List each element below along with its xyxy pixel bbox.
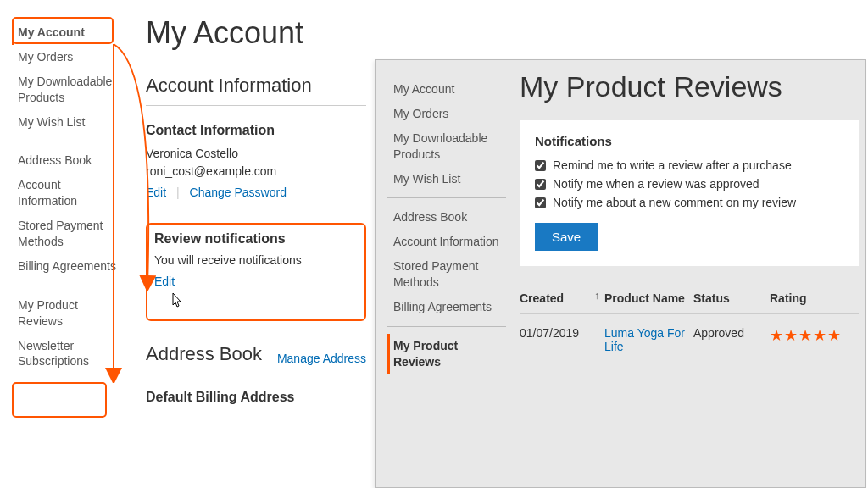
sidebar-item-account-info[interactable]: Account Information [12,173,122,214]
sidebar-item-product-reviews[interactable]: My Product Reviews [387,334,506,374]
sidebar-item-account-info[interactable]: Account Information [387,230,506,254]
sidebar-item-wish-list[interactable]: My Wish List [387,167,506,191]
sidebar-item-my-orders[interactable]: My Orders [12,45,122,69]
save-button[interactable]: Save [535,223,598,251]
separator: | [176,186,180,199]
section-account-info: Account Information [146,75,366,106]
notif-label: Remind me to write a review after a purc… [553,158,792,172]
manage-addresses-link[interactable]: Manage Address [277,352,366,365]
col-rating[interactable]: Rating [770,291,846,305]
reviews-content: My Product Reviews Notifications Remind … [520,70,859,353]
notif-checkbox-approved[interactable] [535,179,546,190]
default-billing-heading: Default Billing Address [146,390,294,404]
sidebar-item-billing-agreements[interactable]: Billing Agreements [387,295,506,319]
account-page: My Account My Orders My Downloadable Pro… [2,0,373,8]
reviews-sidebar: My Account My Orders My Downloadable Pro… [387,77,506,388]
change-password-link[interactable]: Change Password [190,186,287,199]
reviews-table: Created↑ Product Name Status Rating 01/0… [520,291,859,353]
contact-email: roni_cost@example.com [146,163,366,180]
cell-status: Approved [693,326,770,353]
sidebar-item-my-orders[interactable]: My Orders [387,102,506,126]
page-title: My Account [146,15,366,51]
address-book-header: Address Book Manage Address [146,343,366,374]
notifications-card: Notifications Remind me to write a revie… [520,120,859,266]
col-created[interactable]: Created↑ [520,291,604,305]
contact-info-block: Contact Information Veronica Costello ro… [146,123,366,199]
sidebar-item-newsletter[interactable]: Newsletter Subscriptions [12,334,122,374]
rating-stars-icon: ★★★★★ [770,326,846,353]
notif-label: Notify me when a review was approved [553,177,760,191]
sidebar-item-stored-payment[interactable]: Stored Payment Methods [387,254,506,295]
col-status[interactable]: Status [693,291,770,305]
section-address-book: Address Book [146,343,262,365]
notifications-heading: Notifications [535,134,843,148]
cell-created: 01/07/2019 [520,326,604,353]
edit-contact-link[interactable]: Edit [146,186,166,199]
table-header: Created↑ Product Name Status Rating [520,291,859,314]
contact-name: Veronica Costello [146,145,366,163]
review-notifications-heading: Review notifications [154,231,353,247]
notif-checkbox-remind[interactable] [535,160,546,171]
product-link[interactable]: Luma Yoga For Life [604,326,685,353]
col-label: Created [520,291,564,305]
notif-option-remind[interactable]: Remind me to write a review after a purc… [535,158,843,172]
product-reviews-page: My Account My Orders My Downloadable Pro… [375,59,866,488]
sidebar-item-stored-payment[interactable]: Stored Payment Methods [12,214,122,254]
sidebar-item-my-account[interactable]: My Account [12,20,122,45]
account-content: My Account Account Information Contact I… [146,15,366,405]
account-sidebar: My Account My Orders My Downloadable Pro… [12,20,122,387]
edit-review-notifications-link[interactable]: Edit [154,274,175,288]
sidebar-item-downloadable[interactable]: My Downloadable Products [387,126,506,167]
notif-option-approved[interactable]: Notify me when a review was approved [535,177,843,191]
col-product-name[interactable]: Product Name [604,291,693,305]
contact-info-heading: Contact Information [146,123,366,138]
notif-checkbox-comment[interactable] [535,197,546,208]
sidebar-item-billing-agreements[interactable]: Billing Agreements [12,254,122,279]
sidebar-item-address-book[interactable]: Address Book [12,148,122,173]
sidebar-item-product-reviews[interactable]: My Product Reviews [12,293,122,334]
sort-asc-icon: ↑ [594,290,599,302]
sidebar-item-address-book[interactable]: Address Book [387,205,506,230]
notif-option-comment[interactable]: Notify me about a new comment on my revi… [535,196,843,209]
page-title: My Product Reviews [520,70,859,103]
review-notifications-text: You will receive notifications [154,253,353,267]
cursor-pointer-icon [168,292,185,314]
table-row: 01/07/2019 Luma Yoga For Life Approved ★… [520,314,859,353]
sidebar-item-my-account[interactable]: My Account [387,77,506,102]
review-notifications-block: Review notifications You will receive no… [146,223,366,321]
notif-label: Notify me about a new comment on my revi… [553,196,796,209]
sidebar-item-downloadable[interactable]: My Downloadable Products [12,69,122,110]
sidebar-item-wish-list[interactable]: My Wish List [12,110,122,135]
